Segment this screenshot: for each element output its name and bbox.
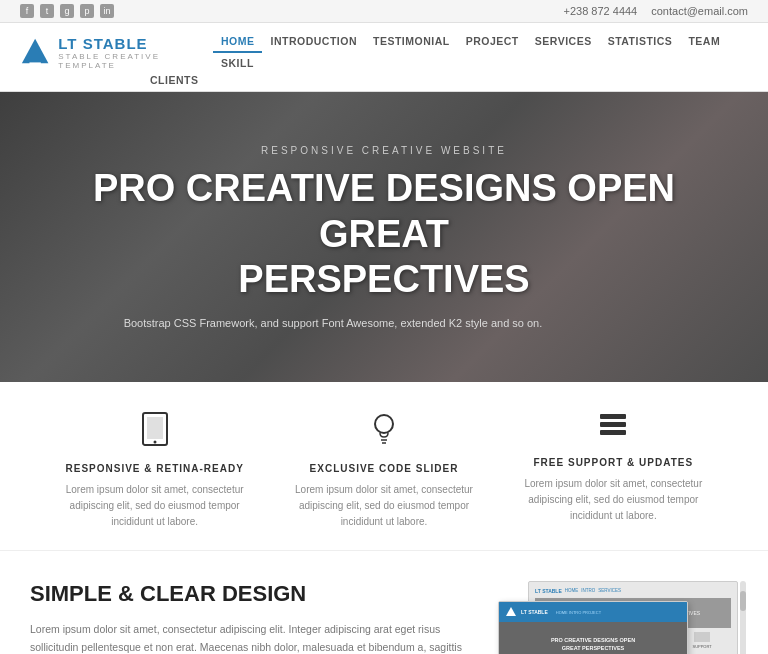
nav-project[interactable]: PROJECT [458,31,527,53]
main-content-right: LT STABLE HOME INTRO SERVICES PRO CREATI… [498,581,738,654]
main-paragraph1: Lorem ipsum dolor sit amet, consectetur … [30,621,468,654]
scrollbar-thumb[interactable] [740,591,746,611]
feature-responsive-title: RESPONSIVE & RETINA-READY [50,463,259,474]
svg-rect-9 [600,422,626,427]
nav-clients[interactable]: CLIENTS [150,74,198,86]
contact-info: +238 872 4444 contact@email.com [564,5,748,17]
svg-point-4 [153,441,156,444]
screenshot-front: LT STABLE HOME INTRO PROJECT PRO CREATIV… [498,601,688,654]
layers-icon [509,412,718,447]
logo-name: LT STABLE [58,35,147,52]
main-section: SIMPLE & CLEAR DESIGN Lorem ipsum dolor … [0,551,768,654]
feature-support: FREE SUPPORT & UPDATES Lorem ipsum dolor… [499,412,728,530]
logo-tagline: STABLE CREATIVE TEMPLATE [58,52,213,70]
nav-testimonial[interactable]: TESTIMONIAL [365,31,458,53]
top-bar: f t g p in +238 872 4444 contact@email.c… [0,0,768,23]
features-row: RESPONSIVE & RETINA-READY Lorem ipsum do… [0,382,768,551]
svg-point-5 [375,415,393,433]
nav-services[interactable]: SERVICES [527,31,600,53]
feature-support-title: FREE SUPPORT & UPDATES [509,457,718,468]
nav-statistics[interactable]: STATISTICS [600,31,681,53]
pinterest-icon[interactable]: p [80,4,94,18]
hero-description: Bootstrap CSS Framework, and support Fon… [93,317,573,329]
phone-number: +238 872 4444 [564,5,638,17]
logo-icon [20,36,50,68]
bulb-icon [279,412,488,453]
nav-home[interactable]: HOME [213,31,263,53]
svg-rect-3 [147,417,163,439]
svg-rect-8 [600,414,626,419]
facebook-icon[interactable]: f [20,4,34,18]
twitter-icon[interactable]: t [40,4,54,18]
hero-content: RESPONSIVE CREATIVE WEBSITE PRO CREATIVE… [73,125,695,349]
nav-team[interactable]: TEAM [680,31,728,53]
scrollbar[interactable] [740,581,746,654]
svg-rect-10 [600,430,626,435]
main-nav[interactable]: HOME INTRODUCTION TESTIMONIAL PROJECT SE… [213,31,748,73]
hero-section: RESPONSIVE CREATIVE WEBSITE PRO CREATIVE… [0,92,768,382]
screenshot-preview: LT STABLE HOME INTRO SERVICES PRO CREATI… [498,581,738,654]
svg-marker-11 [506,607,516,616]
email-address: contact@email.com [651,5,748,17]
svg-marker-0 [22,39,48,64]
feature-slider-text: Lorem ipsum dolor sit amet, consectetur … [279,482,488,530]
nav-introduction[interactable]: INTRODUCTION [262,31,365,53]
hero-title: PRO CREATIVE DESIGNS OPEN GREAT PERSPECT… [93,166,675,303]
main-content-left: SIMPLE & CLEAR DESIGN Lorem ipsum dolor … [30,581,468,654]
tablet-icon [50,412,259,453]
social-links[interactable]: f t g p in [20,4,114,18]
hero-subtitle: RESPONSIVE CREATIVE WEBSITE [93,145,675,156]
feature-slider-title: EXCLUSIVE CODE SLIDER [279,463,488,474]
nav-skill[interactable]: SKILL [213,53,262,73]
logo[interactable]: LT STABLE STABLE CREATIVE TEMPLATE [20,35,213,70]
googleplus-icon[interactable]: g [60,4,74,18]
header: LT STABLE STABLE CREATIVE TEMPLATE HOME … [0,23,768,92]
linkedin-icon[interactable]: in [100,4,114,18]
feature-responsive-text: Lorem ipsum dolor sit amet, consectetur … [50,482,259,530]
feature-slider: EXCLUSIVE CODE SLIDER Lorem ipsum dolor … [269,412,498,530]
feature-responsive: RESPONSIVE & RETINA-READY Lorem ipsum do… [40,412,269,530]
feature-support-text: Lorem ipsum dolor sit amet, consectetur … [509,476,718,524]
main-heading: SIMPLE & CLEAR DESIGN [30,581,468,607]
